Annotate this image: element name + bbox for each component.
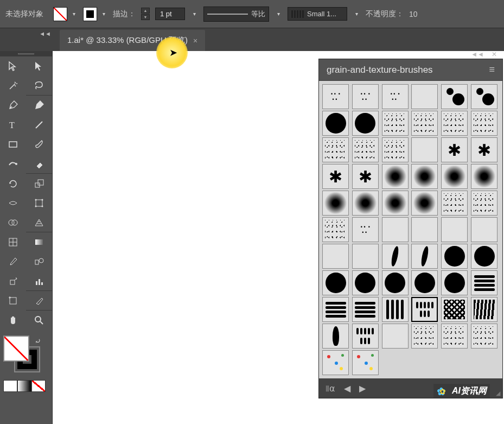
rectangle-tool[interactable] <box>0 135 26 154</box>
brush-item[interactable] <box>411 324 438 349</box>
brush-item[interactable] <box>322 244 349 269</box>
stroke-weight-input[interactable]: 1 pt <box>155 8 185 20</box>
brush-libraries-icon[interactable]: ⫴⍺ <box>326 383 335 394</box>
none-mode[interactable] <box>31 380 46 392</box>
slice-tool[interactable] <box>26 291 52 311</box>
stroke-dropdown[interactable] <box>100 7 107 21</box>
brush-item[interactable] <box>411 191 438 216</box>
direct-selection-tool[interactable] <box>26 56 52 76</box>
brush-item[interactable] <box>471 297 497 322</box>
brush-item[interactable] <box>322 350 349 375</box>
brush-item[interactable] <box>352 111 379 136</box>
paintbrush-tool[interactable] <box>26 135 52 154</box>
brush-item[interactable] <box>382 217 409 242</box>
brush-item[interactable] <box>382 270 409 295</box>
fill-stroke-indicator[interactable]: ⤾ <box>3 336 49 375</box>
document-tab[interactable]: 1.ai* @ 33.33% (RGB/GPU 预览) × <box>60 30 205 51</box>
brush-item-selected[interactable] <box>411 297 438 322</box>
brush-item[interactable] <box>382 84 409 109</box>
brush-item[interactable] <box>352 137 379 162</box>
brush-item[interactable] <box>411 217 438 242</box>
brush-item[interactable] <box>441 217 468 242</box>
brush-item[interactable] <box>471 324 497 349</box>
width-tool[interactable] <box>0 193 26 213</box>
mesh-tool[interactable] <box>0 232 26 252</box>
brush-item[interactable] <box>471 164 497 189</box>
brush-item[interactable] <box>441 164 468 189</box>
brush-item[interactable] <box>411 244 438 269</box>
gradient-tool[interactable] <box>26 232 52 252</box>
curvature-tool[interactable] <box>26 96 52 115</box>
free-transform-tool[interactable] <box>26 193 52 213</box>
brush-item[interactable] <box>441 84 468 109</box>
brush-item[interactable] <box>441 191 468 216</box>
line-segment-tool[interactable] <box>26 115 52 135</box>
brush-item[interactable] <box>322 111 349 136</box>
column-graph-tool[interactable] <box>26 271 52 291</box>
brush-item[interactable] <box>352 350 379 375</box>
brush-item[interactable] <box>382 137 409 162</box>
brush-item[interactable] <box>382 111 409 136</box>
brush-item[interactable] <box>352 164 379 189</box>
type-tool[interactable]: T <box>0 115 26 135</box>
zoom-tool[interactable] <box>26 311 52 330</box>
brush-item[interactable] <box>352 324 379 349</box>
brush-item[interactable] <box>441 270 468 295</box>
brush-item[interactable] <box>382 164 409 189</box>
color-mode[interactable] <box>3 380 17 392</box>
brush-item[interactable] <box>322 191 349 216</box>
brush-item[interactable] <box>382 191 409 216</box>
fill-dropdown[interactable] <box>70 7 78 21</box>
brush-item[interactable] <box>411 84 438 109</box>
panel-resize-grip[interactable]: ◢ <box>496 390 500 397</box>
brush-item[interactable] <box>382 244 409 269</box>
tools-collapse-icon[interactable]: ◄◄ <box>37 28 53 39</box>
scale-tool[interactable] <box>26 174 52 193</box>
variable-width-profile[interactable]: 等比 <box>203 7 269 22</box>
brush-item[interactable] <box>352 270 379 295</box>
symbol-sprayer-tool[interactable] <box>0 271 26 291</box>
brush-item[interactable] <box>352 191 379 216</box>
brush-item[interactable] <box>322 324 349 349</box>
brush-item[interactable] <box>441 297 468 322</box>
magic-wand-tool[interactable] <box>0 76 26 96</box>
fill-indicator[interactable] <box>3 336 29 362</box>
brush-item[interactable] <box>322 84 349 109</box>
panel-menu-icon[interactable] <box>489 64 495 75</box>
brush-item[interactable] <box>471 191 497 216</box>
brush-item[interactable] <box>441 324 468 349</box>
brush-item[interactable] <box>471 244 497 269</box>
stepper-up-icon[interactable]: ▲ <box>141 8 150 14</box>
brush-item[interactable] <box>411 164 438 189</box>
stroke-swatch[interactable] <box>83 7 97 21</box>
brush-item[interactable] <box>441 244 468 269</box>
opacity-value[interactable]: 10 <box>409 10 418 18</box>
shape-builder-tool[interactable] <box>0 213 26 232</box>
brush-item[interactable] <box>471 111 497 136</box>
panel-grip[interactable] <box>0 51 52 56</box>
prev-brush-icon[interactable]: ◀ <box>344 383 350 394</box>
brush-item[interactable] <box>411 111 438 136</box>
brush-item[interactable] <box>322 217 349 242</box>
eraser-tool[interactable] <box>26 154 52 174</box>
eyedropper-tool[interactable] <box>0 252 26 271</box>
brush-item[interactable] <box>471 217 497 242</box>
shaper-tool[interactable] <box>0 154 26 174</box>
stepper-down-icon[interactable]: ▼ <box>141 14 150 20</box>
lasso-tool[interactable] <box>26 76 52 96</box>
brush-item[interactable] <box>382 324 409 349</box>
brush-definition[interactable]: Small 1... <box>288 7 347 21</box>
hand-tool[interactable] <box>0 311 26 330</box>
next-brush-icon[interactable]: ▶ <box>359 383 366 394</box>
profile-dropdown[interactable] <box>275 7 282 21</box>
brush-item[interactable] <box>352 84 379 109</box>
brush-item[interactable] <box>471 137 497 162</box>
brush-item[interactable] <box>471 84 497 109</box>
panel-close-icon[interactable]: ✕ <box>489 49 499 59</box>
perspective-grid-tool[interactable] <box>26 213 52 232</box>
brush-item[interactable] <box>471 270 497 295</box>
brush-item[interactable] <box>352 244 379 269</box>
brush-item[interactable] <box>441 137 468 162</box>
panel-collapse-icon[interactable]: ◄◄ <box>469 49 486 59</box>
brush-item[interactable] <box>352 217 379 242</box>
